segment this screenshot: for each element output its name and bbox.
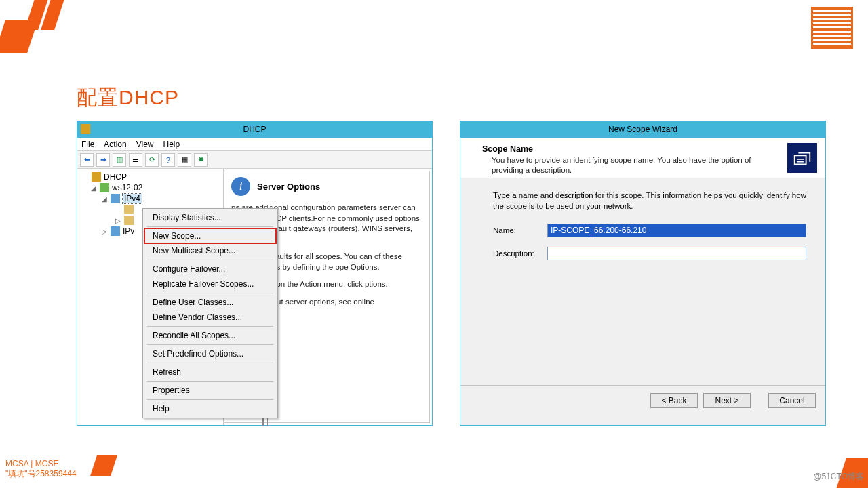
next-button[interactable]: Next > <box>703 393 751 408</box>
folder-icon <box>124 216 134 225</box>
tree-node-dhcp[interactable]: DHCP <box>79 171 222 182</box>
wizard-icon <box>787 143 817 173</box>
add-button[interactable]: ▥ <box>113 153 126 167</box>
cancel-button[interactable]: Cancel <box>768 393 816 408</box>
menu-item-properties[interactable]: Properties <box>144 383 276 398</box>
dhcp-icon <box>92 172 101 182</box>
footer-left: MCSA | MCSE"填坑"号258359444 <box>5 459 77 480</box>
menu-separator <box>147 344 273 345</box>
context-menu: Display Statistics... New Scope... New M… <box>142 208 278 418</box>
menu-help[interactable]: Help <box>163 140 180 149</box>
menu-item-help[interactable]: Help <box>144 401 276 416</box>
name-label: Name: <box>493 226 547 235</box>
run-button[interactable]: ✸ <box>194 153 208 167</box>
menu-action[interactable]: Action <box>104 140 126 149</box>
view-button[interactable]: ▦ <box>178 153 191 167</box>
menu-item-vendor-classes[interactable]: Define Vendor Classes... <box>144 310 276 325</box>
toolbar: ⬅ ➡ ▥ ☰ ⟳ ? ▦ ✸ <box>77 151 432 169</box>
menu-item-predefined[interactable]: Set Predefined Options... <box>144 346 276 361</box>
wizard-header: Scope Name You have to provide an identi… <box>460 138 825 178</box>
help-button[interactable]: ? <box>161 153 175 167</box>
wizard-intro: Type a name and description for this sco… <box>493 190 806 211</box>
ipv4-icon <box>111 194 120 203</box>
wizard-titlebar[interactable]: New Scope Wizard <box>460 121 825 138</box>
description-label: Description: <box>493 249 547 258</box>
menu-item-display-stats[interactable]: Display Statistics... <box>144 210 276 225</box>
dhcp-app-icon <box>81 124 90 134</box>
wizard-body: Type a name and description for this sco… <box>460 178 825 385</box>
menu-item-repl-failover[interactable]: Replicate Failover Scopes... <box>144 277 276 291</box>
footer-right: @51CTO博客 <box>813 471 864 483</box>
menu-item-user-classes[interactable]: Define User Classes... <box>144 295 276 310</box>
menu-separator <box>147 326 273 327</box>
server-icon <box>100 183 109 192</box>
refresh-button[interactable]: ⟳ <box>145 153 159 167</box>
description-input[interactable] <box>547 247 806 260</box>
wizard-title: New Scope Wizard <box>608 125 677 134</box>
content-heading: Server Options <box>257 182 320 192</box>
back-button[interactable]: < Back <box>650 393 698 408</box>
folder-icon <box>124 205 134 214</box>
tree-node-server[interactable]: ◢ws12-02 <box>79 182 222 193</box>
wizard-footer: < Back Next > Cancel <box>460 385 825 415</box>
menu-view[interactable]: View <box>136 140 154 149</box>
menu-separator <box>147 363 273 363</box>
menu-separator <box>147 226 273 227</box>
qr-code <box>811 7 853 49</box>
menu-item-refresh[interactable]: Refresh <box>144 365 276 380</box>
menu-separator <box>147 260 273 260</box>
wizard-window: New Scope Wizard Scope Name You have to … <box>460 121 826 426</box>
info-icon: i <box>231 177 250 196</box>
menu-item-reconcile[interactable]: Reconcile All Scopes... <box>144 328 276 343</box>
slide-title: 配置DHCP <box>77 84 179 112</box>
menu-separator <box>147 381 273 382</box>
decoration <box>90 455 117 476</box>
menu-file[interactable]: File <box>81 140 94 149</box>
window-title: DHCP <box>243 125 266 134</box>
menu-item-new-scope[interactable]: New Scope... <box>144 228 276 243</box>
wizard-header-subtitle: You have to provide an identifying scope… <box>482 155 753 176</box>
ipv6-icon <box>111 226 120 236</box>
window-titlebar[interactable]: DHCP <box>77 121 432 138</box>
wizard-header-title: Scope Name <box>482 144 533 154</box>
list-button[interactable]: ☰ <box>129 153 142 167</box>
menu-item-conf-failover[interactable]: Configure Failover... <box>144 262 276 277</box>
menu-bar: File Action View Help <box>77 138 432 151</box>
menu-separator <box>147 399 273 400</box>
menu-separator <box>147 293 273 293</box>
menu-item-new-multicast[interactable]: New Multicast Scope... <box>144 243 276 258</box>
back-button[interactable]: ⬅ <box>80 153 94 167</box>
forward-button[interactable]: ➡ <box>96 153 110 167</box>
tree-node-ipv4[interactable]: ◢IPv4 <box>79 193 222 204</box>
name-input[interactable] <box>547 224 806 237</box>
